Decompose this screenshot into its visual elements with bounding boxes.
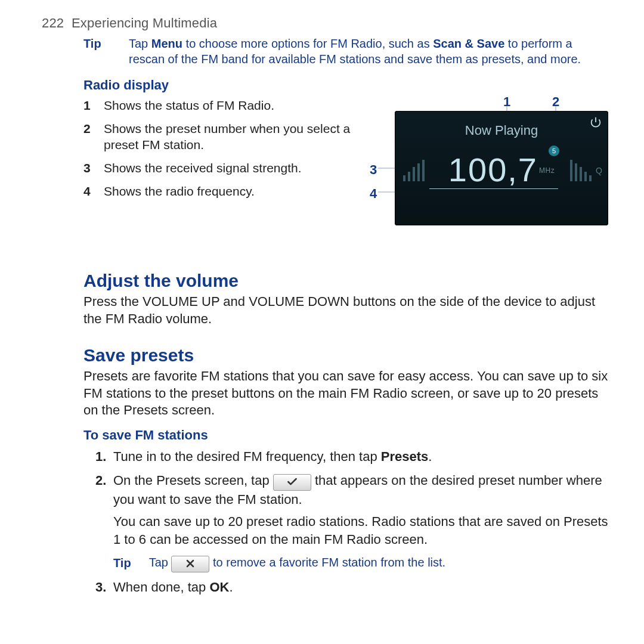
radio-display: Now Playing 5 100,7MHz Q bbox=[395, 111, 608, 225]
step-2: On the Presets screen, tap that appears … bbox=[95, 472, 608, 572]
inner-tip: Tip Tap to remove a favorite FM station … bbox=[113, 555, 608, 572]
save-presets-heading: Save presets bbox=[83, 345, 608, 366]
page-number: 222 bbox=[42, 16, 64, 30]
legend-row: 4Shows the radio frequency. bbox=[83, 184, 355, 200]
radio-q-indicator: Q bbox=[596, 166, 602, 175]
steps-list: Tune in to the desired FM frequency, the… bbox=[95, 448, 608, 596]
radio-status: Now Playing bbox=[395, 111, 608, 151]
signal-bars-right bbox=[570, 160, 592, 181]
save-presets-body: Presets are favorite FM stations that yo… bbox=[83, 368, 608, 419]
doc-page: 222 Experiencing Multimedia Tip Tap Menu… bbox=[0, 0, 644, 614]
legend-row: 2Shows the preset number when you select… bbox=[83, 121, 355, 153]
page-header: 222 Experiencing Multimedia bbox=[42, 16, 608, 31]
save-fm-subheading: To save FM stations bbox=[83, 428, 608, 443]
x-icon bbox=[171, 556, 209, 572]
step-1: Tune in to the desired FM frequency, the… bbox=[95, 448, 608, 466]
step-3: When done, tap OK. bbox=[95, 578, 608, 596]
step-2-continuation: You can save up to 20 preset radio stati… bbox=[113, 513, 608, 548]
legend-row: 3Shows the received signal strength. bbox=[83, 160, 355, 177]
tip-body: Tap Menu to choose more options for FM R… bbox=[129, 36, 608, 67]
page-section: Experiencing Multimedia bbox=[72, 16, 217, 30]
radio-preset-num: 5 bbox=[549, 145, 559, 156]
legend-list: 1Shows the status of FM Radio. 2Shows th… bbox=[83, 98, 355, 253]
tip-label: Tip bbox=[83, 36, 105, 67]
radio-freq-underline bbox=[429, 188, 558, 189]
legend-row: 1Shows the status of FM Radio. bbox=[83, 98, 355, 114]
top-tip: Tip Tap Menu to choose more options for … bbox=[83, 36, 608, 67]
check-icon bbox=[273, 474, 311, 491]
radio-callout-figure: 1 2 3 4 Now Playing 5 bbox=[370, 98, 608, 253]
signal-bars-left bbox=[403, 160, 425, 181]
radio-display-heading: Radio display bbox=[83, 78, 608, 93]
adjust-volume-body: Press the VOLUME UP and VOLUME DOWN butt… bbox=[83, 293, 608, 327]
radio-display-section: 1Shows the status of FM Radio. 2Shows th… bbox=[83, 98, 608, 253]
adjust-volume-heading: Adjust the volume bbox=[83, 271, 608, 291]
